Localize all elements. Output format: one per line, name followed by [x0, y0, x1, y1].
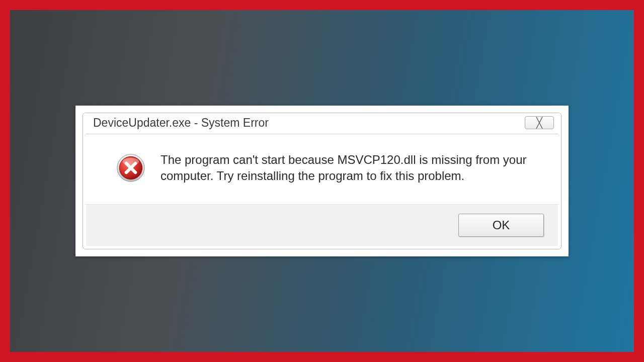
- error-dialog: DeviceUpdater.exe - System Error ╳: [83, 113, 561, 250]
- error-message: The program can't start because MSVCP120…: [160, 152, 535, 185]
- close-icon: ╳: [536, 117, 542, 128]
- backdrop: DeviceUpdater.exe - System Error ╳: [10, 10, 634, 352]
- ok-button[interactable]: OK: [458, 214, 544, 237]
- dialog-title: DeviceUpdater.exe - System Error: [93, 116, 269, 130]
- dialog-content: The program can't start because MSVCP120…: [86, 134, 558, 205]
- error-icon: [116, 153, 145, 183]
- titlebar: DeviceUpdater.exe - System Error ╳: [83, 113, 561, 131]
- outer-frame: DeviceUpdater.exe - System Error ╳: [0, 0, 644, 362]
- close-button[interactable]: ╳: [525, 116, 554, 129]
- dialog-outer: DeviceUpdater.exe - System Error ╳: [75, 106, 569, 257]
- dialog-button-row: OK: [86, 204, 558, 246]
